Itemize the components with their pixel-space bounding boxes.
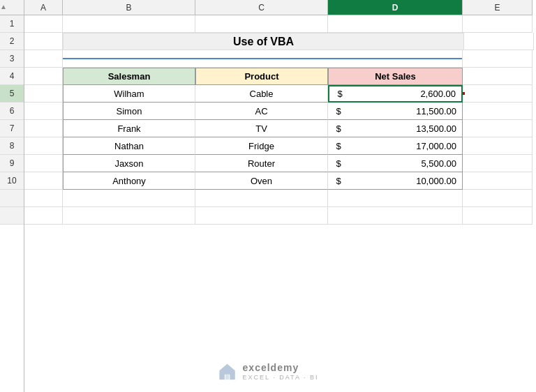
product-header-label: Product bbox=[244, 71, 278, 82]
cell-e5[interactable] bbox=[463, 85, 533, 103]
cell-salesman-9[interactable]: Jaxson bbox=[63, 155, 195, 172]
watermark-icon bbox=[218, 362, 237, 382]
cell-c12[interactable] bbox=[195, 207, 328, 225]
cell-a4[interactable] bbox=[24, 68, 63, 85]
cell-a2[interactable] bbox=[24, 33, 63, 50]
cell-e6[interactable] bbox=[463, 103, 533, 120]
cell-e3[interactable] bbox=[463, 50, 533, 68]
cell-e11[interactable] bbox=[463, 190, 533, 207]
row-12 bbox=[24, 207, 536, 225]
col-header-c: C bbox=[195, 0, 328, 15]
cell-product-7[interactable]: TV bbox=[195, 120, 328, 137]
cell-netsales-9[interactable]: $ 5,500.00 bbox=[328, 155, 463, 172]
row-3 bbox=[24, 50, 536, 68]
cell-product-10[interactable]: Oven bbox=[195, 172, 328, 190]
corner-cell: ▲ bbox=[0, 0, 24, 15]
sheet-body: 1 2 3 4 5 6 7 8 9 10 bbox=[0, 15, 536, 392]
cell-a8[interactable] bbox=[24, 137, 63, 155]
cell-e7[interactable] bbox=[463, 120, 533, 137]
row-4: Salesman Product Net Sales bbox=[24, 68, 536, 85]
cell-netsales-8[interactable]: $ 17,000.00 bbox=[328, 137, 463, 155]
cell-b12[interactable] bbox=[63, 207, 195, 225]
cell-product-header[interactable]: Product bbox=[195, 68, 328, 85]
title-text: Use of VBA bbox=[233, 36, 294, 48]
cell-a11[interactable] bbox=[24, 190, 63, 207]
cell-salesman-8[interactable]: Nathan bbox=[63, 137, 195, 155]
cell-salesman-6[interactable]: Simon bbox=[63, 103, 195, 120]
cell-netsales-6[interactable]: $ 11,500.00 bbox=[328, 103, 463, 120]
dollar-10: $ bbox=[328, 176, 349, 186]
arrow-indicator bbox=[463, 87, 465, 100]
cell-e9[interactable] bbox=[463, 155, 533, 172]
row-num-2: 2 bbox=[0, 33, 24, 50]
cell-a12[interactable] bbox=[24, 207, 63, 225]
product-8: Fridge bbox=[248, 141, 274, 151]
cell-e8[interactable] bbox=[463, 137, 533, 155]
cell-product-9[interactable]: Router bbox=[195, 155, 328, 172]
cell-c1[interactable] bbox=[195, 15, 328, 33]
title-cell: Use of VBA bbox=[63, 33, 464, 50]
cell-product-6[interactable]: AC bbox=[195, 103, 328, 120]
cell-b11[interactable] bbox=[63, 190, 195, 207]
amount-10: 10,000.00 bbox=[349, 176, 462, 186]
amount-6: 11,500.00 bbox=[349, 106, 462, 116]
row-num-9: 9 bbox=[0, 155, 24, 172]
cell-salesman-10[interactable]: Anthony bbox=[63, 172, 195, 190]
cell-salesman-7[interactable]: Frank bbox=[63, 120, 195, 137]
cell-netsales-7[interactable]: $ 13,500.00 bbox=[328, 120, 463, 137]
row-num-6: 6 bbox=[0, 103, 24, 120]
cell-e1[interactable] bbox=[463, 15, 533, 33]
cell-b1[interactable] bbox=[63, 15, 195, 33]
salesman-7: Frank bbox=[117, 123, 140, 134]
row-1 bbox=[24, 15, 536, 33]
col-header-e: E bbox=[463, 0, 533, 15]
cell-d1[interactable] bbox=[328, 15, 463, 33]
cell-e4[interactable] bbox=[463, 68, 533, 85]
row-num-3: 3 bbox=[0, 50, 24, 68]
cell-e10[interactable] bbox=[463, 172, 533, 190]
cell-a6[interactable] bbox=[24, 103, 63, 120]
cell-a3[interactable] bbox=[24, 50, 63, 68]
row-num-5: 5 bbox=[0, 85, 24, 103]
cell-e2[interactable] bbox=[464, 33, 534, 50]
cell-d11[interactable] bbox=[328, 190, 463, 207]
dollar-7: $ bbox=[328, 123, 349, 134]
arrow-shaft bbox=[463, 92, 465, 95]
cell-salesman-5[interactable]: Wilham bbox=[63, 85, 195, 103]
cell-a7[interactable] bbox=[24, 120, 63, 137]
cell-netsales-header[interactable]: Net Sales bbox=[328, 68, 463, 85]
cell-e12[interactable] bbox=[463, 207, 533, 225]
cell-product-5[interactable]: Cable bbox=[195, 85, 328, 103]
cell-a9[interactable] bbox=[24, 155, 63, 172]
row-numbers: 1 2 3 4 5 6 7 8 9 10 bbox=[0, 15, 24, 392]
row-11 bbox=[24, 190, 536, 207]
amount-5: 2,600.00 bbox=[350, 89, 461, 99]
cell-a5[interactable] bbox=[24, 85, 63, 103]
cell-netsales-10[interactable]: $ 10,000.00 bbox=[328, 172, 463, 190]
row-7: Frank TV $ 13,500.00 bbox=[24, 120, 536, 137]
product-10: Oven bbox=[251, 176, 272, 186]
row-num-4: 4 bbox=[0, 68, 24, 85]
cell-netsales-5[interactable]: $ 2,600.00 bbox=[328, 85, 463, 103]
salesman-6: Simon bbox=[117, 106, 142, 116]
row-num-1: 1 bbox=[0, 15, 24, 33]
cell-c11[interactable] bbox=[195, 190, 328, 207]
cell-d12[interactable] bbox=[328, 207, 463, 225]
row-num-12 bbox=[0, 207, 24, 225]
grid-area: Use of VBA Salesman Product bbox=[24, 15, 536, 392]
cell-a10[interactable] bbox=[24, 172, 63, 190]
row-num-7: 7 bbox=[0, 120, 24, 137]
dollar-9: $ bbox=[328, 158, 349, 169]
amount-9: 5,500.00 bbox=[349, 158, 462, 169]
row-num-10: 10 bbox=[0, 172, 24, 190]
cell-a1[interactable] bbox=[24, 15, 63, 33]
row-6: Simon AC $ 11,500.00 bbox=[24, 103, 536, 120]
row-9: Jaxson Router $ 5,500.00 bbox=[24, 155, 536, 172]
cell-bcd3 bbox=[63, 50, 463, 68]
cell-product-8[interactable]: Fridge bbox=[195, 137, 328, 155]
watermark: exceldemy EXCEL · DATA · BI bbox=[218, 362, 319, 382]
cell-salesman-header[interactable]: Salesman bbox=[63, 68, 195, 85]
product-6: AC bbox=[255, 106, 267, 116]
netsales-header-label: Net Sales bbox=[375, 71, 416, 82]
row-5: Wilham Cable $ 2,600.00 bbox=[24, 85, 536, 103]
